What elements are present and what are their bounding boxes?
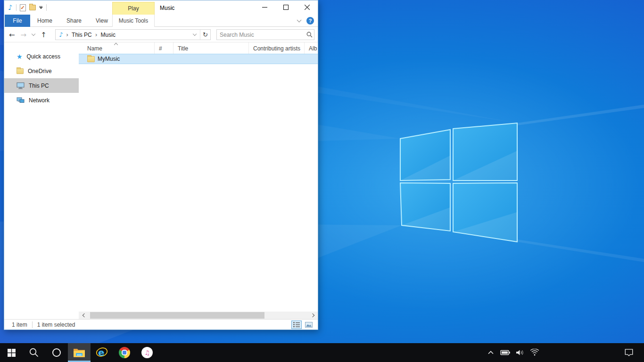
tray-expand-icon[interactable]: [485, 343, 496, 362]
horizontal-scrollbar[interactable]: [79, 312, 318, 319]
status-separator: [32, 321, 33, 328]
properties-check-icon[interactable]: [20, 4, 26, 11]
file-name: MyMusic: [98, 56, 120, 62]
breadcrumb-this-pc[interactable]: This PC: [72, 32, 92, 38]
scrollbar-thumb[interactable]: [90, 312, 264, 319]
tab-home[interactable]: Home: [30, 15, 59, 27]
sidebar-item-network[interactable]: Network: [4, 93, 79, 107]
taskbar-chrome[interactable]: [113, 343, 136, 362]
address-bar: ← → ↑ ♪ › This PC › Music ↻: [4, 27, 318, 42]
breadcrumb-separator: ›: [66, 32, 68, 38]
ribbon-tab-row: File Home Share View Music Tools ?: [4, 15, 318, 27]
chrome-icon: [119, 347, 130, 358]
this-pc-monitor-icon: [17, 82, 25, 89]
file-row-mymusic[interactable]: MyMusic: [79, 54, 318, 64]
tab-share[interactable]: Share: [59, 15, 89, 27]
titlebar[interactable]: ♪ Play Music: [4, 0, 318, 15]
taskbar-internet-explorer[interactable]: e: [91, 343, 113, 362]
forward-icon[interactable]: →: [21, 31, 27, 39]
search-input[interactable]: [217, 32, 305, 38]
cortana-button[interactable]: [45, 343, 68, 362]
collapse-ribbon-icon[interactable]: [297, 17, 302, 22]
file-explorer-icon: [73, 347, 85, 358]
location-music-icon: ♪: [59, 32, 63, 38]
thumbnail-view-button[interactable]: [304, 321, 314, 329]
back-icon[interactable]: ←: [9, 31, 15, 39]
volume-icon[interactable]: [514, 343, 526, 362]
close-button[interactable]: [297, 0, 318, 14]
taskbar-file-explorer[interactable]: [68, 343, 91, 362]
column-header-name[interactable]: Name: [79, 42, 155, 54]
quick-access-star-icon: ★: [17, 53, 23, 60]
maximize-button[interactable]: [275, 0, 297, 14]
onedrive-folder-icon: [17, 68, 24, 74]
sort-ascending-icon: [114, 43, 118, 47]
search-icon: [29, 347, 39, 358]
quick-access-toolbar: ♪: [8, 0, 47, 15]
address-dropdown-icon[interactable]: [190, 30, 200, 40]
item-count: 1 item: [4, 321, 27, 328]
explorer-window: ♪ Play Music File Home Share View: [4, 0, 318, 330]
tab-music-tools[interactable]: Music Tools: [112, 15, 155, 27]
cortana-circle-icon: [52, 348, 61, 357]
main-area: ★ Quick access OneDrive This PC: [4, 42, 318, 312]
column-header-number[interactable]: #: [155, 42, 173, 54]
taskbar: e ♫: [0, 343, 644, 362]
scroll-right-icon[interactable]: [309, 312, 317, 319]
taskbar-itunes[interactable]: ♫: [136, 343, 158, 362]
internet-explorer-icon: e: [96, 346, 108, 359]
network-icon: [17, 97, 25, 104]
column-header-contributing-artists[interactable]: Contributing artists: [249, 42, 305, 54]
selected-count: 1 item selected: [37, 321, 75, 328]
action-center-button[interactable]: [619, 343, 639, 362]
sidebar-item-label: OneDrive: [28, 68, 52, 74]
caption-buttons: [254, 0, 318, 14]
search-box: [216, 29, 314, 40]
search-icon[interactable]: [305, 32, 314, 38]
scroll-left-icon[interactable]: [80, 312, 87, 319]
contextual-tab-play[interactable]: Play: [112, 2, 155, 15]
column-header-album[interactable]: Alb: [305, 42, 318, 54]
sidebar-item-label: Network: [29, 97, 50, 104]
breadcrumb-music[interactable]: Music: [101, 32, 116, 38]
tab-file[interactable]: File: [5, 15, 30, 27]
wifi-icon[interactable]: [529, 343, 540, 362]
toolbar-separator: [16, 4, 17, 11]
window-title: Music: [160, 5, 174, 11]
start-button[interactable]: [0, 343, 23, 362]
new-folder-icon[interactable]: [29, 5, 36, 10]
up-icon[interactable]: ↑: [41, 31, 47, 39]
taskbar-search-button[interactable]: [23, 343, 45, 362]
tab-view[interactable]: View: [89, 15, 115, 27]
sidebar-item-this-pc[interactable]: This PC: [4, 78, 79, 93]
minimize-button[interactable]: [254, 0, 275, 14]
navigation-pane: ★ Quick access OneDrive This PC: [4, 42, 79, 312]
breadcrumb-separator: ›: [95, 32, 98, 38]
refresh-icon[interactable]: ↻: [200, 30, 210, 40]
system-tray: [485, 343, 540, 362]
details-view-button[interactable]: [291, 321, 302, 329]
app-music-note-icon: ♪: [8, 4, 13, 11]
file-list: Name # Title Contributing artists Alb My…: [79, 42, 318, 312]
windows-start-icon: [8, 349, 16, 357]
column-headers: Name # Title Contributing artists Alb: [79, 42, 318, 54]
sidebar-item-onedrive[interactable]: OneDrive: [4, 64, 79, 78]
sidebar-item-label: This PC: [29, 82, 49, 89]
sidebar-item-quick-access[interactable]: ★ Quick access: [4, 49, 79, 64]
recent-locations-icon[interactable]: [32, 32, 35, 36]
toolbar-separator: [46, 4, 47, 11]
folder-icon: [87, 56, 95, 62]
action-center-icon: [624, 348, 634, 357]
customize-dropdown-icon[interactable]: [39, 6, 43, 9]
address-box[interactable]: ♪ › This PC › Music ↻: [55, 29, 211, 40]
sidebar-item-label: Quick access: [27, 53, 60, 60]
column-header-title[interactable]: Title: [173, 42, 249, 54]
itunes-icon: ♫: [141, 347, 153, 358]
status-bar: 1 item 1 item selected: [4, 319, 318, 329]
help-icon[interactable]: ?: [306, 17, 314, 25]
battery-icon[interactable]: [500, 343, 511, 362]
